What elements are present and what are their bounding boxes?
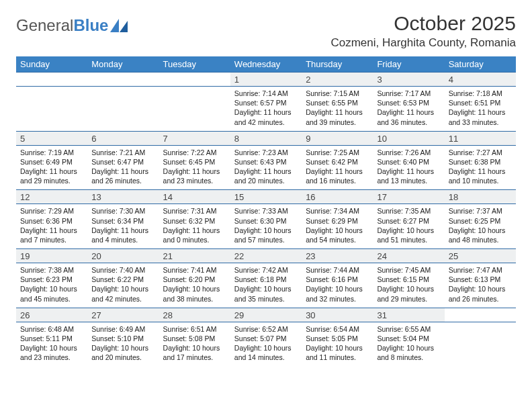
title-block: October 2025 Cozmeni, Harghita County, R… (330, 12, 516, 50)
day-info-cell (87, 87, 159, 132)
sunset-line: Sunset: 6:38 PM (449, 157, 512, 167)
day-number-cell: 16 (302, 190, 373, 204)
day-info-cell: Sunrise: 7:27 AMSunset: 6:38 PMDaylight:… (445, 145, 516, 190)
day-info-cell: Sunrise: 7:23 AMSunset: 6:43 PMDaylight:… (230, 145, 302, 190)
daylight-line: Daylight: 11 hours and 39 minutes. (306, 107, 369, 126)
sunset-line: Sunset: 6:15 PM (377, 275, 440, 284)
sunrise-line: Sunrise: 6:48 AM (20, 324, 83, 334)
sunrise-line: Sunrise: 7:23 AM (234, 148, 298, 157)
day-number-cell: 25 (445, 249, 516, 263)
day-info-cell: Sunrise: 7:38 AMSunset: 6:23 PMDaylight:… (16, 263, 87, 308)
sunrise-line: Sunrise: 7:45 AM (377, 265, 440, 275)
sunrise-line: Sunrise: 7:31 AM (163, 206, 226, 216)
sunset-line: Sunset: 6:47 PM (91, 157, 154, 167)
sunrise-line: Sunrise: 7:19 AM (20, 148, 83, 157)
sunset-line: Sunset: 6:30 PM (234, 216, 298, 226)
sunset-line: Sunset: 6:34 PM (91, 216, 154, 226)
day-info-row: Sunrise: 7:14 AMSunset: 6:57 PMDaylight:… (16, 87, 516, 132)
daylight-line: Daylight: 11 hours and 13 minutes. (377, 167, 440, 185)
day-info-cell: Sunrise: 7:44 AMSunset: 6:16 PMDaylight:… (302, 263, 373, 308)
location: Cozmeni, Harghita County, Romania (330, 36, 516, 50)
brand-logo: GeneralBlue (16, 12, 128, 35)
sunrise-line: Sunrise: 6:51 AM (163, 324, 226, 334)
day-info-cell: Sunrise: 7:17 AMSunset: 6:53 PMDaylight:… (373, 87, 444, 132)
day-info-cell: Sunrise: 7:15 AMSunset: 6:55 PMDaylight:… (302, 87, 373, 132)
daylight-line: Daylight: 10 hours and 29 minutes. (377, 284, 440, 303)
day-number-cell: 24 (373, 249, 444, 263)
day-info-cell: Sunrise: 7:34 AMSunset: 6:29 PMDaylight:… (302, 204, 373, 249)
sunset-line: Sunset: 6:55 PM (306, 98, 369, 107)
day-number-cell: 5 (16, 131, 87, 145)
day-number-cell: 28 (159, 308, 230, 322)
sunset-line: Sunset: 6:32 PM (163, 216, 226, 226)
sunrise-line: Sunrise: 7:25 AM (306, 148, 369, 157)
sunrise-line: Sunrise: 6:52 AM (234, 324, 298, 334)
svg-marker-1 (120, 21, 128, 32)
day-number-cell: 7 (159, 131, 230, 145)
daylight-line: Daylight: 10 hours and 23 minutes. (20, 343, 83, 362)
day-info-row: Sunrise: 7:29 AMSunset: 6:36 PMDaylight:… (16, 204, 516, 249)
day-info-cell: Sunrise: 7:41 AMSunset: 6:20 PMDaylight:… (159, 263, 230, 308)
sunrise-line: Sunrise: 7:38 AM (20, 265, 83, 275)
daylight-line: Daylight: 11 hours and 42 minutes. (234, 107, 298, 126)
day-info-cell: Sunrise: 7:42 AMSunset: 6:18 PMDaylight:… (230, 263, 302, 308)
day-number-cell: 22 (230, 249, 302, 263)
daylight-line: Daylight: 10 hours and 20 minutes. (91, 343, 154, 362)
day-info-cell: Sunrise: 7:33 AMSunset: 6:30 PMDaylight:… (230, 204, 302, 249)
weekday-header: Thursday (302, 56, 373, 73)
sunset-line: Sunset: 5:07 PM (234, 334, 298, 343)
daylight-line: Daylight: 10 hours and 35 minutes. (234, 284, 298, 303)
sunrise-line: Sunrise: 7:15 AM (306, 89, 369, 98)
sunset-line: Sunset: 6:23 PM (20, 275, 83, 284)
day-number-cell: 1 (230, 73, 302, 87)
day-number-cell: 15 (230, 190, 302, 204)
day-info-cell (159, 87, 230, 132)
weekday-header: Wednesday (230, 56, 302, 73)
sunrise-line: Sunrise: 6:49 AM (91, 324, 154, 334)
day-number-cell: 31 (373, 308, 444, 322)
day-number-cell (445, 308, 516, 322)
day-number-cell: 2 (302, 73, 373, 87)
day-number-cell: 13 (87, 190, 159, 204)
day-number-cell: 27 (87, 308, 159, 322)
calendar-table: SundayMondayTuesdayWednesdayThursdayFrid… (16, 56, 516, 366)
daylight-line: Daylight: 10 hours and 38 minutes. (163, 284, 226, 303)
day-number-cell: 9 (302, 131, 373, 145)
day-number-cell: 10 (373, 131, 444, 145)
sunrise-line: Sunrise: 7:22 AM (163, 148, 226, 157)
day-info-cell: Sunrise: 7:29 AMSunset: 6:36 PMDaylight:… (16, 204, 87, 249)
day-info-cell: Sunrise: 7:25 AMSunset: 6:42 PMDaylight:… (302, 145, 373, 190)
logo-sail-icon (110, 19, 128, 32)
sunset-line: Sunset: 6:40 PM (377, 157, 440, 167)
day-number-cell: 11 (445, 131, 516, 145)
day-number-cell: 30 (302, 308, 373, 322)
daylight-line: Daylight: 11 hours and 16 minutes. (306, 167, 369, 185)
sunset-line: Sunset: 5:11 PM (20, 334, 83, 343)
day-number-cell: 4 (445, 73, 516, 87)
day-number-cell: 21 (159, 249, 230, 263)
sunrise-line: Sunrise: 7:17 AM (377, 89, 440, 98)
sunset-line: Sunset: 6:27 PM (377, 216, 440, 226)
sunset-line: Sunset: 6:13 PM (449, 275, 512, 284)
day-info-cell: Sunrise: 6:55 AMSunset: 5:04 PMDaylight:… (373, 322, 444, 366)
day-info-cell: Sunrise: 7:47 AMSunset: 6:13 PMDaylight:… (445, 263, 516, 308)
sunset-line: Sunset: 5:08 PM (163, 334, 226, 343)
brand-part2: Blue (73, 16, 108, 35)
sunrise-line: Sunrise: 7:14 AM (234, 89, 298, 98)
day-info-cell: Sunrise: 6:48 AMSunset: 5:11 PMDaylight:… (16, 322, 87, 366)
day-number-cell: 6 (87, 131, 159, 145)
sunrise-line: Sunrise: 7:30 AM (91, 206, 154, 216)
page-title: October 2025 (330, 12, 516, 35)
day-info-cell: Sunrise: 7:40 AMSunset: 6:22 PMDaylight:… (87, 263, 159, 308)
daylight-line: Daylight: 11 hours and 29 minutes. (20, 167, 83, 185)
day-info-cell (16, 87, 87, 132)
day-number-cell: 17 (373, 190, 444, 204)
daylight-line: Daylight: 10 hours and 17 minutes. (163, 343, 226, 362)
daylight-line: Daylight: 10 hours and 45 minutes. (20, 284, 83, 303)
day-number-cell: 14 (159, 190, 230, 204)
day-info-cell: Sunrise: 7:21 AMSunset: 6:47 PMDaylight:… (87, 145, 159, 190)
daylight-line: Daylight: 10 hours and 14 minutes. (234, 343, 298, 362)
weekday-header: Tuesday (159, 56, 230, 73)
day-info-cell: Sunrise: 6:49 AMSunset: 5:10 PMDaylight:… (87, 322, 159, 366)
daylight-line: Daylight: 11 hours and 10 minutes. (449, 167, 512, 185)
